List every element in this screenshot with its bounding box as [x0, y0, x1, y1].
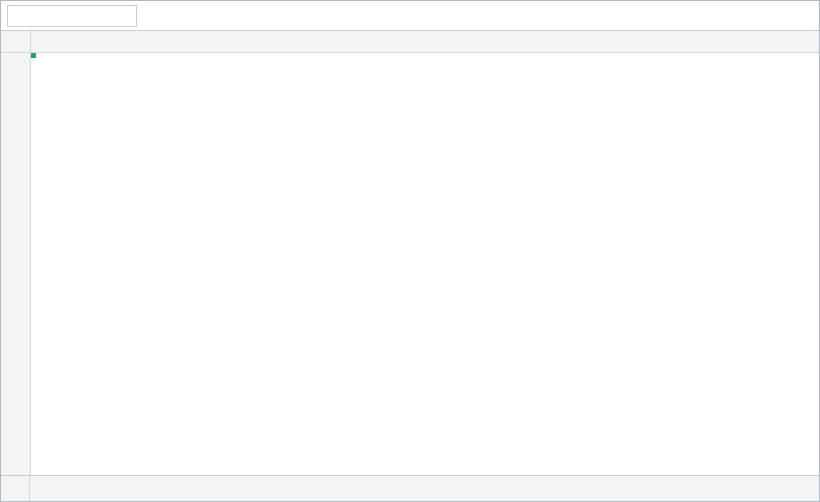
select-all-corner[interactable]: [1, 31, 31, 53]
tab-nav: [1, 476, 30, 501]
row-headers: [1, 53, 31, 475]
add-sheet-button[interactable]: [30, 476, 50, 501]
spreadsheet-grid: [1, 31, 819, 475]
cells[interactable]: [31, 53, 819, 475]
column-headers: [31, 31, 819, 53]
name-box[interactable]: [7, 5, 137, 27]
sheet-tab-bar: [1, 475, 819, 501]
formula-bar: [1, 1, 819, 31]
selection-box: [31, 53, 35, 57]
